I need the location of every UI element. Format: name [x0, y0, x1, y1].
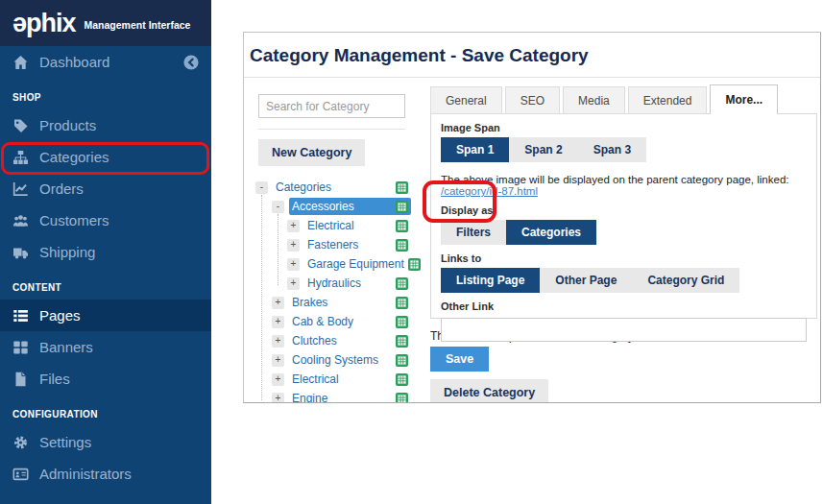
export-spreadsheet-icon[interactable]: [396, 277, 408, 290]
sidebar-item-pages[interactable]: Pages: [0, 300, 211, 331]
tree-toggle[interactable]: +: [272, 316, 284, 328]
export-spreadsheet-icon[interactable]: [396, 181, 408, 194]
tree-toggle[interactable]: -: [272, 201, 284, 213]
tree-item-label[interactable]: Categories: [276, 180, 331, 194]
sidebar-item-customers[interactable]: Customers: [0, 204, 211, 236]
tree-item-label[interactable]: Garage Equipment: [307, 257, 404, 271]
tree-toggle[interactable]: +: [272, 373, 284, 386]
other-link-input[interactable]: [441, 318, 807, 342]
tree-item-label[interactable]: Fasteners: [307, 238, 358, 252]
sidebar-item-label: Dashboard: [39, 54, 109, 70]
delete-category-button[interactable]: Delete Category: [430, 379, 548, 403]
categories-button[interactable]: Categories: [506, 220, 596, 245]
sidebar-item-label: Banners: [39, 339, 93, 355]
line-chart-icon: [12, 181, 29, 197]
span-1-button[interactable]: Span 1: [441, 137, 509, 162]
id-card-icon: [12, 467, 29, 482]
tree-toggle[interactable]: +: [287, 277, 300, 290]
category-search-input[interactable]: [258, 94, 405, 118]
divider: [258, 129, 405, 130]
other-page-button[interactable]: Other Page: [540, 268, 632, 293]
export-spreadsheet-icon[interactable]: [396, 354, 408, 367]
sidebar-item-files[interactable]: Files: [0, 363, 211, 395]
display-as-label: Display as: [441, 204, 807, 216]
image-note-text: The above image will be displayed on the…: [441, 174, 788, 185]
tree-toggle[interactable]: +: [272, 354, 284, 367]
sidebar-item-label: Settings: [39, 434, 91, 450]
category-grid-button[interactable]: Category Grid: [632, 268, 739, 293]
tree-toggle[interactable]: +: [287, 220, 300, 232]
tree-item-cab-body: + Cab & Body: [255, 312, 411, 331]
tree-item-label[interactable]: Brakes: [292, 296, 327, 309]
export-spreadsheet-icon[interactable]: [408, 258, 421, 271]
tree-toggle[interactable]: +: [287, 239, 300, 252]
tree-toggle[interactable]: +: [272, 393, 284, 404]
export-spreadsheet-icon[interactable]: [396, 297, 408, 309]
export-spreadsheet-icon[interactable]: [396, 239, 408, 252]
span-3-button[interactable]: Span 3: [578, 137, 646, 162]
display-as-group: Filters Categories: [441, 220, 807, 245]
tree-toggle[interactable]: +: [272, 297, 284, 309]
tree-item-categories: - Categories: [255, 178, 411, 197]
tab-extended[interactable]: Extended: [628, 86, 708, 114]
sidebar-item-shipping[interactable]: Shipping: [0, 236, 211, 268]
sidebar-item-banners[interactable]: Banners: [0, 331, 211, 363]
listing-page-button[interactable]: Listing Page: [441, 268, 540, 293]
links-to-label: Links to: [441, 252, 807, 264]
tab-general[interactable]: General: [430, 86, 502, 114]
tree-item-label[interactable]: Accessories: [292, 200, 354, 213]
save-button[interactable]: Save: [430, 347, 489, 372]
tree-item-label[interactable]: Electrical: [307, 219, 354, 232]
sidebar-collapse-button[interactable]: [183, 55, 199, 70]
tab-seo[interactable]: SEO: [505, 86, 560, 114]
sidebar-item-orders[interactable]: Orders: [0, 173, 211, 204]
export-spreadsheet-icon[interactable]: [396, 373, 408, 386]
filters-button[interactable]: Filters: [441, 220, 506, 245]
tree-toggle[interactable]: +: [272, 335, 284, 348]
tree-item-clutches: + Clutches: [255, 331, 411, 350]
sidebar-item-categories[interactable]: Categories: [0, 141, 211, 173]
tree-item-label[interactable]: Clutches: [292, 334, 337, 348]
sidebar: əphix Management Interface Dashboard SHO…: [0, 0, 211, 504]
span-2-button[interactable]: Span 2: [509, 137, 577, 162]
category-tree: - Categories - Accessories + Electrical …: [255, 178, 411, 403]
tree-item-label[interactable]: Engine: [292, 392, 327, 403]
category-tabs: General SEO Media Extended More...: [430, 85, 778, 114]
new-category-button[interactable]: New Category: [258, 139, 365, 166]
home-icon: [12, 55, 29, 70]
image-span-group: Span 1 Span 2 Span 3: [441, 137, 807, 162]
sidebar-item-products[interactable]: Products: [0, 109, 211, 141]
export-spreadsheet-icon[interactable]: [396, 393, 408, 404]
sidebar-item-label: Categories: [39, 149, 109, 165]
tree-item-cooling-systems: + Cooling Systems: [255, 350, 411, 370]
users-icon: [12, 213, 29, 228]
sidebar-item-dashboard[interactable]: Dashboard: [0, 46, 211, 78]
sidebar-item-label: Customers: [39, 212, 109, 228]
parent-category-link[interactable]: /category/id-87.html: [441, 185, 538, 197]
tree-item-electrical: + Electrical: [255, 370, 411, 389]
list-icon: [12, 308, 29, 324]
tree-item-hydraulics: + Hydraulics: [255, 274, 411, 293]
other-link-label: Other Link: [441, 300, 807, 312]
sidebar-item-label: Pages: [39, 307, 81, 324]
sidebar-section-configuration: CONFIGURATION: [0, 395, 211, 426]
tree-toggle[interactable]: -: [255, 181, 268, 194]
export-spreadsheet-icon[interactable]: [396, 316, 408, 328]
tree-item-label[interactable]: Electrical: [292, 372, 339, 386]
sidebar-item-settings[interactable]: Settings: [0, 426, 211, 458]
sidebar-item-administrators[interactable]: Administrators: [0, 458, 211, 490]
export-spreadsheet-icon[interactable]: [396, 201, 408, 213]
tree-item-label[interactable]: Cooling Systems: [292, 353, 378, 367]
grid-icon: [12, 340, 29, 355]
tree-item-brakes: + Brakes: [255, 293, 411, 312]
tab-media[interactable]: Media: [563, 86, 625, 114]
export-spreadsheet-icon[interactable]: [396, 335, 408, 348]
tree-toggle[interactable]: +: [287, 258, 300, 271]
export-spreadsheet-icon[interactable]: [396, 220, 408, 232]
chevron-left-circle-icon: [183, 55, 199, 70]
tree-item-label[interactable]: Hydraulics: [307, 276, 361, 290]
tree-item-label[interactable]: Cab & Body: [292, 315, 353, 328]
sidebar-section-content: CONTENT: [0, 268, 211, 300]
category-tree-column: New Category: [258, 94, 405, 166]
tab-more[interactable]: More...: [710, 84, 778, 114]
